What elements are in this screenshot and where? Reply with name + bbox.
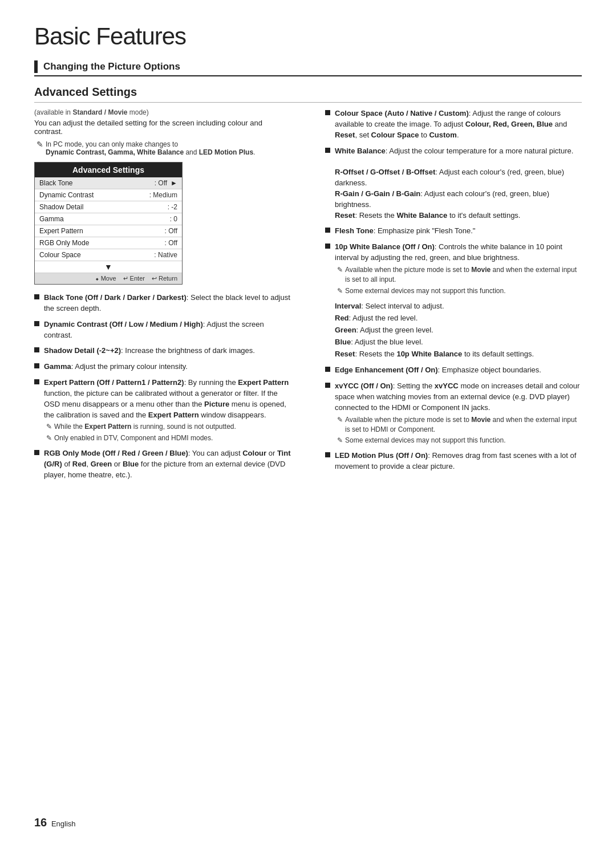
row-value: : Off bbox=[165, 239, 177, 247]
bullet-icon bbox=[34, 294, 39, 299]
bullet-text: Flesh Tone: Emphasize pink "Flesh Tone." bbox=[335, 226, 582, 237]
footer-return: ↩ Return bbox=[152, 275, 177, 282]
adv-settings-footer: ⬥ Move ↵ Enter ↩ Return bbox=[35, 273, 182, 284]
bullet-text: Edge Enhancement (Off / On): Emphasize o… bbox=[335, 365, 582, 376]
bullet-black-tone: Black Tone (Off / Dark / Darker / Darkes… bbox=[34, 293, 291, 314]
footer-lang: English bbox=[51, 819, 76, 828]
bullet-text: xvYCC (Off / On): Setting the xvYCC mode… bbox=[335, 381, 582, 445]
footer-enter: ↵ Enter bbox=[123, 275, 145, 282]
bullet-gamma: Gamma: Adjust the primary colour intensi… bbox=[34, 362, 291, 372]
table-row[interactable]: Colour Space : Native bbox=[35, 249, 182, 261]
bullet-edge-enhancement: Edge Enhancement (Off / On): Emphasize o… bbox=[325, 365, 582, 376]
pencil-icon: ✎ bbox=[337, 436, 343, 445]
bullet-icon bbox=[34, 450, 39, 455]
table-row[interactable]: Gamma : 0 bbox=[35, 213, 182, 225]
pc-note: ✎ In PC mode, you can only make changes … bbox=[37, 140, 291, 156]
row-label: Dynamic Contrast bbox=[39, 191, 149, 199]
sub-note-text: Available when the picture mode is set t… bbox=[345, 415, 582, 435]
bullet-expert-pattern: Expert Pattern (Off / Pattern1 / Pattern… bbox=[34, 378, 291, 443]
bullet-text: 10p White Balance (Off / On): Controls t… bbox=[335, 242, 582, 295]
row-label: Black Tone bbox=[39, 179, 155, 187]
row-label: Shadow Detail bbox=[39, 203, 168, 211]
bullet-text: Gamma: Adjust the primary colour intensi… bbox=[44, 362, 291, 372]
bullet-rgb-only-mode: RGB Only Mode (Off / Red / Green / Blue)… bbox=[34, 448, 291, 481]
bullet-10p-white-balance: 10p White Balance (Off / On): Controls t… bbox=[325, 242, 582, 295]
row-label: RGB Only Mode bbox=[39, 239, 165, 247]
sub-note-text: Only enabled in DTV, Component and HDMI … bbox=[54, 433, 213, 443]
bullet-text: Dynamic Contrast (Off / Low / Medium / H… bbox=[44, 319, 291, 341]
advanced-settings-table: Advanced Settings Black Tone : Off ► Dyn… bbox=[34, 162, 183, 285]
bullet-colour-space: Colour Space (Auto / Native / Custom): A… bbox=[325, 108, 582, 141]
table-row[interactable]: Expert Pattern : Off bbox=[35, 225, 182, 237]
row-value: : Off bbox=[155, 179, 167, 187]
sub-note: ✎ Available when the picture mode is set… bbox=[337, 265, 582, 285]
row-label: Expert Pattern bbox=[39, 227, 165, 235]
sub-note-text: Available when the picture mode is set t… bbox=[345, 265, 582, 285]
page-number: 16 bbox=[34, 816, 47, 829]
page-title: Basic Features bbox=[34, 23, 582, 50]
pencil-icon: ✎ bbox=[337, 415, 343, 425]
bullet-icon bbox=[34, 347, 39, 352]
bullet-icon bbox=[325, 452, 330, 457]
interval-items: Interval: Select interval to adjust. Red… bbox=[335, 301, 582, 360]
bullet-text: RGB Only Mode (Off / Red / Green / Blue)… bbox=[44, 448, 291, 481]
row-arrow: ► bbox=[171, 179, 177, 187]
table-row[interactable]: Black Tone : Off ► bbox=[35, 177, 182, 189]
row-value: : Medium bbox=[149, 191, 177, 199]
bullet-shadow-detail: Shadow Detail (-2~+2): Increase the brig… bbox=[34, 346, 291, 356]
section-header-bar bbox=[34, 60, 38, 73]
bullet-xvycc: xvYCC (Off / On): Setting the xvYCC mode… bbox=[325, 381, 582, 445]
row-value: : Off bbox=[165, 227, 177, 235]
table-row[interactable]: Shadow Detail : -2 bbox=[35, 201, 182, 213]
bullet-text: LED Motion Plus (Off / On): Removes drag… bbox=[335, 451, 582, 472]
sub-note-text: While the Expert Pattern is running, sou… bbox=[54, 422, 236, 432]
sub-note: ✎ While the Expert Pattern is running, s… bbox=[46, 422, 291, 432]
right-column: Colour Space (Auto / Native / Custom): A… bbox=[319, 108, 582, 486]
row-value: : -2 bbox=[168, 203, 177, 211]
sub-note: ✎ Some external devices may not support … bbox=[337, 286, 582, 296]
pencil-icon: ✎ bbox=[337, 286, 343, 296]
bullet-text: Black Tone (Off / Dark / Darker / Darkes… bbox=[44, 293, 291, 314]
row-label: Gamma bbox=[39, 215, 170, 223]
bullet-white-balance: White Balance: Adjust the colour tempera… bbox=[325, 146, 582, 221]
subsection-title: Advanced Settings bbox=[34, 86, 582, 103]
bullet-text: Expert Pattern (Off / Pattern1 / Pattern… bbox=[44, 378, 291, 443]
sub-note-text: Some external devices may not support th… bbox=[345, 286, 505, 296]
pencil-icon: ✎ bbox=[46, 433, 52, 443]
row-value: : Native bbox=[154, 251, 177, 259]
bullet-led-motion-plus: LED Motion Plus (Off / On): Removes drag… bbox=[325, 451, 582, 472]
bullet-icon bbox=[34, 379, 39, 384]
bullet-icon bbox=[325, 383, 330, 388]
section-header: Changing the Picture Options bbox=[34, 60, 582, 76]
adv-settings-header: Advanced Settings bbox=[35, 163, 182, 177]
left-column: (available in Standard / Movie mode) You… bbox=[34, 108, 297, 486]
sub-note: ✎ Only enabled in DTV, Component and HDM… bbox=[46, 433, 291, 443]
table-row[interactable]: RGB Only Mode : Off bbox=[35, 237, 182, 249]
intro-text: You can adjust the detailed setting for … bbox=[34, 119, 291, 136]
sub-note-text: Some external devices may not support th… bbox=[345, 436, 505, 445]
bullet-icon bbox=[34, 363, 39, 368]
table-row[interactable]: Dynamic Contrast : Medium bbox=[35, 189, 182, 201]
bullet-icon bbox=[325, 244, 330, 249]
page-footer: 16 English bbox=[34, 816, 76, 829]
sub-note: ✎ Available when the picture mode is set… bbox=[337, 415, 582, 435]
bullet-icon bbox=[325, 367, 330, 372]
bullet-icon bbox=[325, 110, 330, 115]
bullet-dynamic-contrast: Dynamic Contrast (Off / Low / Medium / H… bbox=[34, 319, 291, 341]
sub-note: ✎ Some external devices may not support … bbox=[337, 436, 582, 445]
bullet-text: Shadow Detail (-2~+2): Increase the brig… bbox=[44, 346, 291, 356]
pc-note-text: In PC mode, you can only make changes to… bbox=[46, 140, 255, 156]
pencil-note-icon: ✎ bbox=[37, 140, 43, 149]
row-label: Colour Space bbox=[39, 251, 154, 259]
bullet-text: Colour Space (Auto / Native / Custom): A… bbox=[335, 108, 582, 141]
scroll-down-indicator: ▼ bbox=[35, 261, 182, 273]
pencil-icon: ✎ bbox=[337, 265, 343, 275]
bullet-icon bbox=[325, 148, 330, 153]
row-value: : 0 bbox=[170, 215, 177, 223]
bullet-flesh-tone: Flesh Tone: Emphasize pink "Flesh Tone." bbox=[325, 226, 582, 237]
bullet-text: White Balance: Adjust the colour tempera… bbox=[335, 146, 582, 221]
bullet-icon bbox=[34, 321, 39, 326]
footer-move: ⬥ Move bbox=[95, 275, 116, 282]
pencil-icon: ✎ bbox=[46, 422, 52, 432]
section-header-title: Changing the Picture Options bbox=[43, 61, 180, 72]
